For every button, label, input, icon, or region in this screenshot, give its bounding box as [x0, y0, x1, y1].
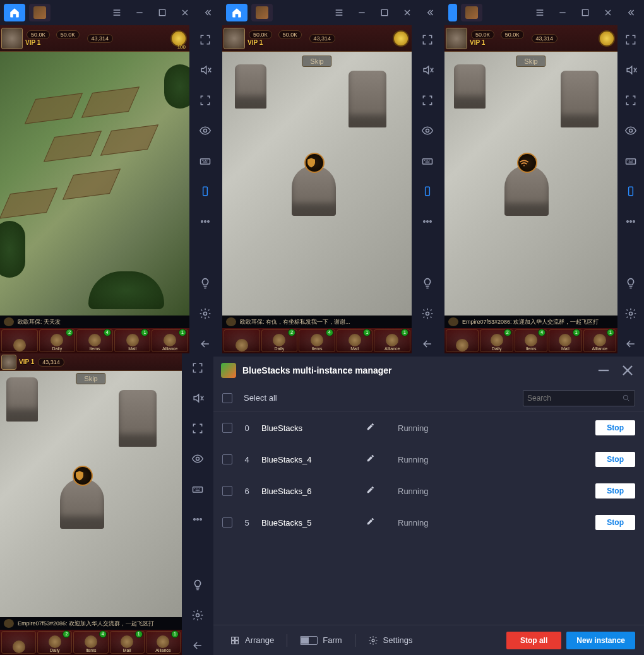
- close-icon[interactable]: [398, 3, 417, 22]
- device-icon[interactable]: [418, 182, 437, 201]
- close-icon[interactable]: [599, 3, 617, 22]
- row-checkbox[interactable]: [222, 517, 232, 528]
- select-all-checkbox[interactable]: [222, 393, 232, 403]
- keyboard-icon[interactable]: [196, 151, 215, 170]
- close-icon[interactable]: [619, 362, 636, 379]
- edit-icon[interactable]: [366, 454, 375, 465]
- game-tab-icon[interactable]: [29, 4, 51, 21]
- focus-icon[interactable]: [621, 91, 640, 110]
- game-view[interactable]: 50.0К 50.0К VIP 1 43,314 Skip Empire07f5…: [444, 25, 617, 353]
- mute-icon[interactable]: [188, 389, 207, 408]
- game-view[interactable]: 50.0К 50.0К VIP 1 43,314 100: [0, 25, 189, 353]
- hamburger-icon[interactable]: [530, 3, 549, 22]
- back-icon[interactable]: [188, 636, 207, 655]
- chat-strip[interactable]: 欧欧耳保: 有仇，有坐标私发我一下，谢谢...: [222, 316, 412, 328]
- quest-marker-wifi-icon[interactable]: [517, 153, 537, 173]
- slot-mail[interactable]: 1Mail: [110, 631, 145, 654]
- keyboard-icon[interactable]: [188, 480, 207, 499]
- row-checkbox[interactable]: [222, 423, 232, 433]
- row-checkbox[interactable]: [222, 486, 232, 496]
- edit-icon[interactable]: [366, 485, 375, 497]
- slot-mail[interactable]: 1Mail: [337, 329, 373, 352]
- back-icon[interactable]: [418, 334, 437, 353]
- avatar[interactable]: [224, 28, 245, 49]
- stop-all-button[interactable]: Stop all: [506, 632, 561, 649]
- settings-button[interactable]: Settings: [361, 635, 420, 646]
- mute-icon[interactable]: [418, 61, 437, 80]
- mute-icon[interactable]: [196, 61, 215, 80]
- slot-items[interactable]: 4Items: [515, 329, 547, 352]
- collapse-icon[interactable]: [198, 3, 217, 22]
- game-view[interactable]: VIP 1 43,314 Skip Empire07f53#2086: 欢迎加入…: [0, 353, 182, 655]
- mute-icon[interactable]: [621, 61, 640, 80]
- chat-strip[interactable]: Empire07f53#2086: 欢迎加入华人交流群，一起飞区打: [0, 617, 182, 630]
- more-icon[interactable]: [188, 510, 207, 529]
- focus-icon[interactable]: [188, 419, 207, 438]
- home-tab-icon[interactable]: [448, 4, 457, 21]
- edit-icon[interactable]: [366, 422, 375, 434]
- skip-button[interactable]: Skip: [516, 56, 546, 67]
- farm-toggle[interactable]: Farm: [292, 635, 349, 645]
- back-icon[interactable]: [196, 334, 215, 353]
- minimize-icon[interactable]: [352, 3, 371, 22]
- home-tab-icon[interactable]: [4, 4, 25, 21]
- search-box[interactable]: [523, 390, 635, 406]
- stop-button[interactable]: Stop: [595, 483, 635, 499]
- maximize-icon[interactable]: [375, 3, 394, 22]
- hamburger-icon[interactable]: [330, 3, 349, 22]
- new-instance-button[interactable]: New instance: [566, 632, 635, 649]
- game-world-city[interactable]: Skip: [444, 52, 617, 316]
- slot-hero[interactable]: [1, 631, 36, 654]
- slot-hero[interactable]: [446, 329, 479, 352]
- fullscreen-icon[interactable]: [418, 30, 437, 49]
- keyboard-icon[interactable]: [621, 151, 640, 170]
- row-checkbox[interactable]: [222, 454, 232, 464]
- avatar[interactable]: [1, 355, 16, 370]
- slot-alliance[interactable]: 1Alliance: [152, 329, 188, 352]
- settings-icon[interactable]: [418, 304, 437, 323]
- coin-icon[interactable]: [599, 30, 615, 47]
- settings-icon[interactable]: [188, 606, 207, 625]
- minimize-icon[interactable]: [595, 362, 612, 379]
- fullscreen-icon[interactable]: [196, 30, 215, 49]
- settings-icon[interactable]: [621, 304, 640, 323]
- slot-daily[interactable]: 2Daily: [37, 631, 72, 654]
- focus-icon[interactable]: [418, 91, 437, 110]
- eye-icon[interactable]: [196, 121, 215, 140]
- slot-daily[interactable]: 2Daily: [39, 329, 76, 352]
- fullscreen-icon[interactable]: [188, 358, 207, 377]
- slot-hero[interactable]: [224, 329, 260, 352]
- device-icon[interactable]: [621, 182, 640, 201]
- slot-alliance[interactable]: 1Alliance: [374, 329, 410, 352]
- game-view[interactable]: 50.0К 50.0К VIP 1 43,314 Skip 欧欧耳保: 有仇，有…: [222, 25, 412, 353]
- slot-items[interactable]: 4Items: [76, 329, 113, 352]
- coin-icon[interactable]: [393, 30, 409, 47]
- device-icon[interactable]: [196, 182, 215, 201]
- avatar[interactable]: [446, 28, 467, 49]
- back-icon[interactable]: [621, 334, 640, 353]
- keyboard-icon[interactable]: [418, 151, 437, 170]
- quest-marker-shield-icon[interactable]: [304, 153, 325, 173]
- stop-button[interactable]: Stop: [595, 420, 635, 435]
- eye-icon[interactable]: [418, 121, 437, 140]
- fullscreen-icon[interactable]: [621, 30, 640, 49]
- more-icon[interactable]: [418, 212, 437, 231]
- game-world-grass[interactable]: [0, 52, 189, 316]
- slot-daily[interactable]: 2Daily: [480, 329, 513, 352]
- slot-alliance[interactable]: 1Alliance: [583, 329, 616, 352]
- slot-mail[interactable]: 1Mail: [549, 329, 581, 352]
- maximize-icon[interactable]: [576, 3, 595, 22]
- slot-mail[interactable]: 1Mail: [114, 329, 151, 352]
- chat-strip[interactable]: Empire07f53#2086: 欢迎加入华人交流群，一起飞区打: [444, 316, 617, 328]
- stop-button[interactable]: Stop: [595, 452, 635, 467]
- hint-icon[interactable]: [196, 274, 215, 293]
- close-icon[interactable]: [176, 3, 194, 22]
- more-icon[interactable]: [621, 212, 640, 231]
- game-tab-icon[interactable]: [251, 4, 273, 21]
- minimize-icon[interactable]: [130, 3, 149, 22]
- avatar[interactable]: [1, 28, 23, 49]
- home-tab-icon[interactable]: [226, 4, 247, 21]
- search-input[interactable]: [527, 394, 622, 403]
- slot-items[interactable]: 4Items: [73, 631, 108, 654]
- collapse-icon[interactable]: [420, 3, 439, 22]
